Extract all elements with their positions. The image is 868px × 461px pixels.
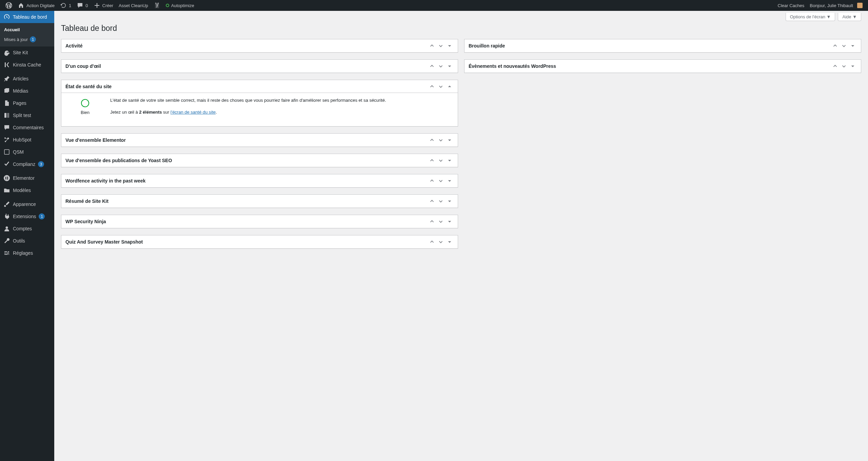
svg-rect-1 (7, 113, 9, 118)
svg-rect-5 (4, 150, 9, 154)
move-up-button[interactable] (428, 82, 436, 91)
move-down-button[interactable] (840, 62, 848, 70)
sidebar-item-kinsta[interactable]: Kinsta Cache (0, 59, 54, 71)
sidebar-item-split[interactable]: Split test (0, 109, 54, 121)
folder-icon (3, 187, 10, 194)
sliders-icon (3, 250, 10, 256)
move-up-button[interactable] (428, 177, 436, 185)
comment-icon (3, 124, 10, 131)
clear-caches-link[interactable]: Clear Caches (775, 0, 807, 11)
move-up-button[interactable] (831, 62, 839, 70)
autoptimize-link[interactable]: Autoptimize (163, 0, 197, 11)
site-name: Action Digitale (26, 3, 55, 8)
move-up-button[interactable] (428, 136, 436, 144)
yoast-icon (154, 2, 160, 9)
move-up-button[interactable] (831, 42, 839, 50)
asset-cleanup-link[interactable]: Asset CleanUp (116, 0, 151, 11)
avatar (857, 3, 863, 8)
svg-rect-8 (7, 177, 8, 177)
sidebar-item-posts[interactable]: Articles (0, 73, 54, 85)
sidebar-item-qsm[interactable]: QSM (0, 146, 54, 158)
svg-point-11 (6, 227, 8, 229)
updates-badge: 1 (30, 36, 36, 42)
move-down-button[interactable] (437, 217, 445, 226)
toggle-button[interactable] (446, 177, 454, 185)
postbox-title: Wordfence activity in the past week (65, 178, 145, 184)
toggle-button[interactable] (849, 62, 857, 70)
move-up-button[interactable] (428, 197, 436, 205)
sidebar-item-hubspot[interactable]: HubSpot (0, 134, 54, 146)
admin-bar: Action Digitale 1 0 Créer Asset CleanUp … (0, 0, 868, 11)
move-up-button[interactable] (428, 62, 436, 70)
postbox-title: Brouillon rapide (469, 43, 505, 49)
sidebar-item-pages[interactable]: Pages (0, 97, 54, 109)
sidebar-item-settings[interactable]: Réglages (0, 247, 54, 259)
sidebar-sub-updates[interactable]: Mises à jour 1 (0, 34, 54, 44)
move-up-button[interactable] (428, 217, 436, 226)
move-up-button[interactable] (428, 238, 436, 246)
postbox-title: Vue d'ensemble des publications de Yoast… (65, 158, 172, 163)
help-button[interactable]: Aide ▼ (838, 13, 861, 21)
sidebar-item-appearance[interactable]: Apparence (0, 198, 54, 210)
user-icon (3, 225, 10, 232)
wrench-icon (3, 237, 10, 244)
health-indicator: Bien (68, 97, 102, 115)
sidebar-item-tools[interactable]: Outils (0, 235, 54, 247)
kinsta-icon (3, 61, 10, 68)
sidebar-submenu-dashboard: Accueil Mises à jour 1 (0, 23, 54, 46)
create-label: Créer (102, 3, 114, 8)
yoast-link[interactable] (151, 0, 163, 11)
wordpress-logo-icon[interactable] (3, 0, 15, 11)
sidebar-item-media[interactable]: Médias (0, 85, 54, 97)
postbox-title: WP Security Ninja (65, 219, 106, 224)
move-down-button[interactable] (437, 156, 445, 165)
toggle-button[interactable] (446, 197, 454, 205)
toggle-button[interactable] (446, 238, 454, 246)
sidebar-item-users[interactable]: Comptes (0, 223, 54, 235)
move-up-button[interactable] (428, 156, 436, 165)
health-screen-link[interactable]: l'écran de santé du site (171, 110, 216, 115)
sidebar-sub-home[interactable]: Accueil (0, 25, 54, 34)
postbox-activity: Activité (61, 39, 458, 53)
move-down-button[interactable] (437, 177, 445, 185)
sidebar-item-complianz[interactable]: Complianz 3 (0, 158, 54, 170)
screen-options-button[interactable]: Options de l'écran ▼ (786, 13, 835, 21)
toggle-button[interactable] (849, 42, 857, 50)
hubspot-icon (3, 136, 10, 143)
sidebar-item-dashboard[interactable]: Tableau de bord (0, 11, 54, 23)
postbox-title: D'un coup d'œil (65, 63, 101, 69)
toggle-button[interactable] (446, 156, 454, 165)
plus-icon (94, 2, 100, 9)
sidebar-item-templates[interactable]: Modèles (0, 184, 54, 196)
postbox-wordfence: Wordfence activity in the past week (61, 174, 458, 188)
comments-link[interactable]: 0 (74, 0, 91, 11)
toggle-button[interactable] (446, 136, 454, 144)
updates-link[interactable]: 1 (57, 0, 74, 11)
move-down-button[interactable] (437, 197, 445, 205)
move-down-button[interactable] (840, 42, 848, 50)
move-down-button[interactable] (437, 238, 445, 246)
site-link[interactable]: Action Digitale (15, 0, 57, 11)
sidebar-item-plugins[interactable]: Extensions 1 (0, 210, 54, 223)
move-up-button[interactable] (428, 42, 436, 50)
sidebar-item-elementor[interactable]: Elementor (0, 172, 54, 184)
health-description: L'état de santé de votre site semble cor… (110, 97, 386, 121)
sidebar-item-sitekit[interactable]: Site Kit (0, 46, 54, 59)
toggle-button[interactable] (446, 42, 454, 50)
toggle-button[interactable] (446, 217, 454, 226)
move-down-button[interactable] (437, 42, 445, 50)
move-down-button[interactable] (437, 82, 445, 91)
dashboard-icon (3, 14, 10, 20)
sidebar-item-comments[interactable]: Commentaires (0, 121, 54, 134)
move-down-button[interactable] (437, 136, 445, 144)
main-content: Options de l'écran ▼ Aide ▼ Tableau de b… (54, 11, 868, 461)
move-down-button[interactable] (437, 62, 445, 70)
toggle-button[interactable] (446, 82, 454, 91)
pin-icon (3, 75, 10, 82)
toggle-button[interactable] (446, 62, 454, 70)
dashboard-column-left: Activité D'un coup d'œil (61, 39, 458, 249)
svg-rect-10 (7, 179, 8, 179)
postbox-elementor: Vue d'ensemble Elementor (61, 133, 458, 147)
new-content-link[interactable]: Créer (91, 0, 116, 11)
account-link[interactable]: Bonjour, Julie Thibault (807, 0, 865, 11)
